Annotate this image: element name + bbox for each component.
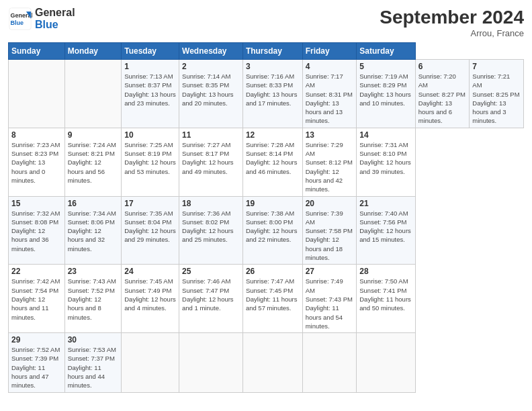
header: General Blue General Blue September 2024…	[8, 7, 524, 38]
day-number: 30	[68, 335, 119, 345]
day-number: 11	[182, 130, 240, 140]
day-number: 20	[306, 199, 354, 208]
col-header-friday: Friday	[302, 43, 357, 60]
calendar-cell	[357, 333, 416, 392]
day-info: Sunrise: 7:49 AMSunset: 7:43 PMDaylight:…	[306, 277, 354, 330]
day-number: 8	[11, 130, 62, 140]
calendar-cell: 20Sunrise: 7:39 AMSunset: 7:58 PMDayligh…	[302, 196, 357, 265]
calendar-cell: 2Sunrise: 7:14 AMSunset: 8:35 PMDaylight…	[179, 60, 243, 128]
day-info: Sunrise: 7:34 AMSunset: 8:06 PMDaylight:…	[68, 209, 119, 253]
day-number: 2	[182, 62, 240, 71]
day-number: 18	[182, 199, 240, 208]
day-info: Sunrise: 7:31 AMSunset: 8:10 PMDaylight:…	[359, 140, 412, 176]
calendar-cell: 13Sunrise: 7:29 AMSunset: 8:12 PMDayligh…	[302, 128, 357, 196]
day-number: 21	[359, 199, 412, 208]
day-number: 3	[246, 62, 300, 71]
day-number: 25	[182, 267, 240, 276]
day-info: Sunrise: 7:36 AMSunset: 8:02 PMDaylight:…	[182, 209, 240, 244]
month-title: September 2024	[380, 7, 524, 28]
day-number: 14	[359, 130, 412, 140]
calendar-cell: 25Sunrise: 7:46 AMSunset: 7:47 PMDayligh…	[179, 265, 243, 333]
day-number: 26	[246, 267, 300, 276]
calendar-cell: 23Sunrise: 7:43 AMSunset: 7:52 PMDayligh…	[64, 265, 122, 333]
col-header-thursday: Thursday	[242, 43, 302, 60]
col-header-wednesday: Wednesday	[179, 43, 243, 60]
day-info: Sunrise: 7:23 AMSunset: 8:23 PMDaylight:…	[11, 140, 62, 185]
calendar-cell: 15Sunrise: 7:32 AMSunset: 8:08 PMDayligh…	[9, 196, 65, 265]
calendar-cell: 10Sunrise: 7:25 AMSunset: 8:19 PMDayligh…	[122, 128, 179, 196]
logo: General Blue General Blue	[8, 7, 75, 31]
calendar-cell: 9Sunrise: 7:24 AMSunset: 8:21 PMDaylight…	[64, 128, 122, 196]
day-info: Sunrise: 7:45 AMSunset: 7:49 PMDaylight:…	[124, 277, 176, 312]
week-row-1: 8Sunrise: 7:23 AMSunset: 8:23 PMDaylight…	[9, 128, 524, 196]
day-number: 5	[359, 62, 412, 71]
day-info: Sunrise: 7:52 AMSunset: 7:39 PMDaylight:…	[11, 345, 62, 390]
calendar-cell: 16Sunrise: 7:34 AMSunset: 8:06 PMDayligh…	[64, 196, 122, 265]
calendar-cell: 8Sunrise: 7:23 AMSunset: 8:23 PMDaylight…	[9, 128, 65, 196]
day-info: Sunrise: 7:28 AMSunset: 8:14 PMDaylight:…	[246, 140, 300, 176]
calendar-cell: 6Sunrise: 7:20 AMSunset: 8:27 PMDaylight…	[415, 60, 470, 128]
day-info: Sunrise: 7:14 AMSunset: 8:35 PMDaylight:…	[182, 72, 240, 107]
day-number: 15	[11, 199, 62, 208]
calendar-cell: 21Sunrise: 7:40 AMSunset: 7:56 PMDayligh…	[357, 196, 416, 265]
calendar-cell	[64, 60, 122, 128]
calendar-cell: 7Sunrise: 7:21 AMSunset: 8:25 PMDaylight…	[470, 60, 524, 128]
day-number: 12	[246, 130, 300, 140]
calendar-cell	[179, 333, 243, 392]
calendar-cell	[302, 333, 357, 392]
col-header-saturday: Saturday	[357, 43, 416, 60]
col-header-sunday: Sunday	[9, 43, 65, 60]
calendar-cell: 12Sunrise: 7:28 AMSunset: 8:14 PMDayligh…	[242, 128, 302, 196]
week-row-4: 29Sunrise: 7:52 AMSunset: 7:39 PMDayligh…	[9, 333, 524, 392]
calendar-cell: 18Sunrise: 7:36 AMSunset: 8:02 PMDayligh…	[179, 196, 243, 265]
day-info: Sunrise: 7:19 AMSunset: 8:29 PMDaylight:…	[359, 72, 412, 107]
day-number: 27	[306, 267, 354, 276]
header-row: SundayMondayTuesdayWednesdayThursdayFrid…	[9, 43, 524, 60]
day-info: Sunrise: 7:13 AMSunset: 8:37 PMDaylight:…	[124, 72, 176, 107]
day-info: Sunrise: 7:47 AMSunset: 7:45 PMDaylight:…	[246, 277, 300, 312]
day-number: 16	[68, 199, 119, 208]
day-info: Sunrise: 7:32 AMSunset: 8:08 PMDaylight:…	[11, 209, 62, 253]
calendar-cell: 3Sunrise: 7:16 AMSunset: 8:33 PMDaylight…	[242, 60, 302, 128]
svg-text:Blue: Blue	[11, 19, 24, 26]
day-number: 22	[11, 267, 62, 276]
day-number: 17	[124, 199, 176, 208]
location: Arrou, France	[380, 28, 524, 38]
day-number: 29	[11, 335, 62, 345]
calendar-cell	[122, 333, 179, 392]
day-number: 10	[124, 130, 176, 140]
calendar-table: SundayMondayTuesdayWednesdayThursdayFrid…	[8, 42, 524, 393]
day-info: Sunrise: 7:20 AMSunset: 8:27 PMDaylight:…	[418, 72, 467, 126]
day-info: Sunrise: 7:21 AMSunset: 8:25 PMDaylight:…	[472, 72, 521, 126]
day-info: Sunrise: 7:46 AMSunset: 7:47 PMDaylight:…	[182, 277, 240, 312]
col-header-tuesday: Tuesday	[122, 43, 179, 60]
week-row-3: 22Sunrise: 7:42 AMSunset: 7:54 PMDayligh…	[9, 265, 524, 333]
title-block: September 2024 Arrou, France	[380, 7, 524, 38]
day-number: 1	[124, 62, 176, 71]
week-row-2: 15Sunrise: 7:32 AMSunset: 8:08 PMDayligh…	[9, 196, 524, 265]
day-info: Sunrise: 7:35 AMSunset: 8:04 PMDaylight:…	[124, 209, 176, 244]
day-info: Sunrise: 7:17 AMSunset: 8:31 PMDaylight:…	[306, 72, 354, 126]
day-number: 13	[306, 130, 354, 140]
day-info: Sunrise: 7:24 AMSunset: 8:21 PMDaylight:…	[68, 140, 119, 185]
day-info: Sunrise: 7:38 AMSunset: 8:00 PMDaylight:…	[246, 209, 300, 244]
calendar-cell: 11Sunrise: 7:27 AMSunset: 8:17 PMDayligh…	[179, 128, 243, 196]
calendar-cell: 5Sunrise: 7:19 AMSunset: 8:29 PMDaylight…	[357, 60, 416, 128]
logo-icon: General Blue	[8, 7, 32, 31]
calendar-cell: 28Sunrise: 7:50 AMSunset: 7:41 PMDayligh…	[357, 265, 416, 333]
day-info: Sunrise: 7:27 AMSunset: 8:17 PMDaylight:…	[182, 140, 240, 176]
calendar-page: General Blue General Blue September 2024…	[0, 0, 532, 411]
day-info: Sunrise: 7:16 AMSunset: 8:33 PMDaylight:…	[246, 72, 300, 107]
day-number: 24	[124, 267, 176, 276]
calendar-cell: 1Sunrise: 7:13 AMSunset: 8:37 PMDaylight…	[122, 60, 179, 128]
calendar-cell: 26Sunrise: 7:47 AMSunset: 7:45 PMDayligh…	[242, 265, 302, 333]
calendar-cell: 27Sunrise: 7:49 AMSunset: 7:43 PMDayligh…	[302, 265, 357, 333]
calendar-cell: 29Sunrise: 7:52 AMSunset: 7:39 PMDayligh…	[9, 333, 65, 392]
day-number: 28	[359, 267, 412, 276]
day-info: Sunrise: 7:25 AMSunset: 8:19 PMDaylight:…	[124, 140, 176, 176]
day-number: 19	[246, 199, 300, 208]
day-info: Sunrise: 7:50 AMSunset: 7:41 PMDaylight:…	[359, 277, 412, 312]
calendar-cell	[242, 333, 302, 392]
week-row-0: 1Sunrise: 7:13 AMSunset: 8:37 PMDaylight…	[9, 60, 524, 128]
day-info: Sunrise: 7:39 AMSunset: 7:58 PMDaylight:…	[306, 209, 354, 263]
